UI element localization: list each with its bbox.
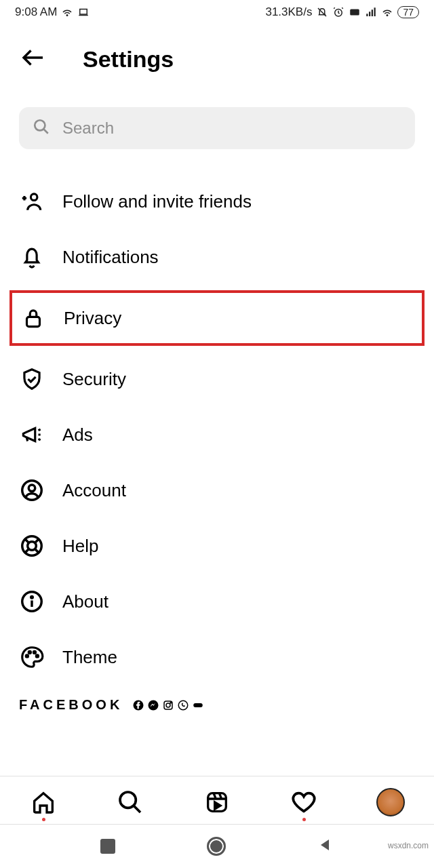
menu-item-ads[interactable]: Ads [19,407,415,462]
svg-rect-7 [374,7,376,16]
svg-rect-1 [80,9,87,15]
palette-icon [19,644,45,670]
battery-indicator: 77 [397,6,419,18]
svg-point-21 [36,655,38,657]
facebook-circle-icon [132,699,144,711]
svg-point-9 [35,120,45,130]
menu-item-notifications[interactable]: Notifications [19,229,415,285]
status-speed: 31.3KB/s [265,5,312,19]
menu-label: Help [62,536,98,557]
nav-home[interactable] [27,786,60,818]
shield-icon [19,366,45,392]
svg-rect-6 [372,9,373,16]
search-box[interactable] [19,107,415,149]
svg-point-14 [22,536,42,556]
settings-menu: Follow and invite friends Notifications … [0,174,434,685]
help-icon [19,533,45,559]
menu-item-security[interactable]: Security [19,351,415,407]
menu-label: Account [62,480,126,501]
search-icon [33,118,50,138]
menu-label: Security [62,369,126,390]
svg-rect-3 [351,9,360,16]
laptop-icon [77,6,90,18]
svg-point-8 [387,15,389,16]
menu-label: Privacy [64,308,121,329]
settings-header: Settings [0,24,434,88]
svg-rect-5 [369,12,370,16]
add-person-icon [19,189,45,214]
menu-item-help[interactable]: Help [19,518,415,574]
svg-point-29 [120,792,136,808]
brand-icons [132,699,204,711]
svg-point-26 [170,702,172,703]
wifi-icon-2 [381,6,393,18]
menu-label: Follow and invite friends [62,191,252,212]
svg-rect-11 [27,317,40,326]
sysnav-home[interactable] [207,837,226,856]
facebook-text: FACEBOOK [19,697,123,713]
bell-icon [19,244,45,270]
svg-point-19 [28,651,31,653]
nav-profile[interactable] [374,786,407,818]
svg-point-13 [28,485,35,492]
menu-label: Ads [62,425,93,446]
status-time: 9:08 AM [15,5,57,19]
svg-point-20 [33,651,35,653]
svg-point-18 [26,655,28,657]
avatar [376,788,405,816]
facebook-brand-row: FACEBOOK [0,685,434,715]
back-button[interactable] [19,43,47,75]
nav-dot [42,818,45,821]
menu-item-privacy[interactable]: Privacy [9,290,425,346]
menu-label: About [62,591,108,612]
svg-rect-28 [194,703,203,707]
watermark: wsxdn.com [388,841,429,850]
lock-icon [20,305,46,331]
menu-label: Notifications [62,247,159,268]
info-icon [19,589,45,614]
messenger-icon [147,699,159,711]
wifi-icon [61,6,73,18]
megaphone-icon [19,422,45,448]
bell-muted-icon [316,6,328,18]
sysnav-recents[interactable] [100,839,115,854]
svg-point-10 [31,194,37,201]
menu-label: Theme [62,647,117,668]
volte-icon [349,6,361,18]
menu-item-account[interactable]: Account [19,462,415,518]
search-input[interactable] [62,119,401,138]
bottom-nav [0,776,434,825]
instagram-icon [162,699,174,711]
menu-item-follow[interactable]: Follow and invite friends [19,174,415,229]
sysnav-back[interactable] [317,837,334,856]
status-left: 9:08 AM [15,5,90,19]
alarm-icon [332,6,344,18]
oculus-icon [192,699,204,711]
svg-point-25 [166,703,170,707]
menu-item-theme[interactable]: Theme [19,629,415,685]
svg-point-17 [31,596,33,598]
svg-point-0 [67,15,68,16]
status-right: 31.3KB/s 77 [265,5,419,19]
whatsapp-icon [177,699,189,711]
svg-point-15 [28,542,37,551]
page-title: Settings [83,46,174,73]
system-nav [0,825,434,868]
svg-rect-4 [367,14,368,16]
nav-reels[interactable] [201,786,233,818]
nav-search[interactable] [114,786,146,818]
account-icon [19,477,45,503]
nav-dot [302,818,306,821]
menu-item-about[interactable]: About [19,574,415,629]
status-bar: 9:08 AM 31.3KB/s 77 [0,0,434,24]
nav-activity[interactable] [288,786,320,818]
signal-icon [365,6,377,18]
